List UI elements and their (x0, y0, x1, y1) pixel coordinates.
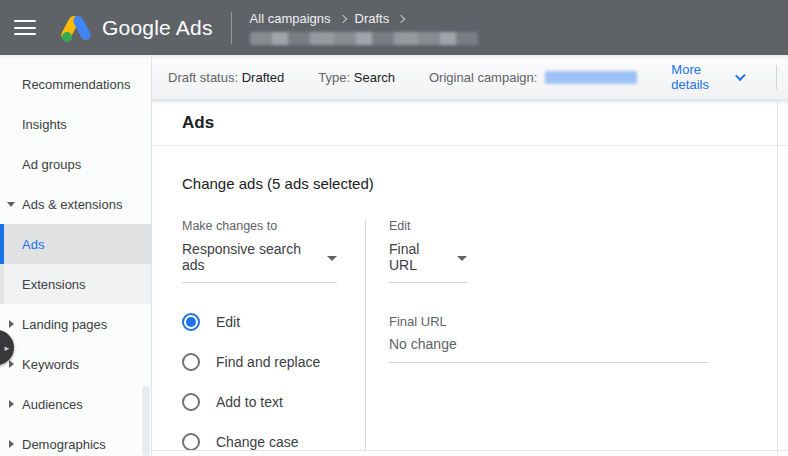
logo-text: Google Ads (102, 16, 213, 40)
more-details-button[interactable]: More details (671, 62, 744, 92)
sidebar-item-ads[interactable]: Ads (0, 224, 151, 264)
edit-field-select[interactable]: Final URL (389, 241, 467, 283)
dropdown-arrow-icon (457, 256, 467, 261)
campaign-type: Type: Search (318, 70, 395, 85)
section-title: Change ads (5 ads selected) (182, 175, 788, 192)
radio-edit[interactable]: Edit (182, 313, 365, 331)
sidebar-item-landing-pages[interactable]: Landing pages (0, 304, 151, 344)
draft-status-bar: Draft status: Drafted Type: Search Origi… (152, 55, 788, 100)
sidebar-item-insights[interactable]: Insights (0, 104, 151, 144)
final-url-underline (389, 362, 709, 363)
page-title-row: Ads (152, 100, 788, 146)
draft-status: Draft status: Drafted (168, 70, 284, 85)
redacted-campaign-name (250, 32, 478, 45)
chevron-right-icon (9, 440, 14, 448)
sidebar-scrollbar-thumb[interactable] (142, 386, 150, 456)
original-campaign: Original campaign: (429, 70, 637, 85)
radio-add-to-text[interactable]: Add to text (182, 393, 365, 411)
menu-icon[interactable] (14, 20, 36, 35)
sidebar-item-audiences[interactable]: Audiences (0, 384, 151, 424)
change-mode-radio-group: Edit Find and replace Add to text Change… (182, 313, 365, 451)
sidebar-item-recommendations[interactable]: Recommendations (0, 64, 151, 104)
dropdown-arrow-icon (327, 256, 337, 261)
sidebar: Recommendations Insights Ad groups Ads &… (0, 55, 152, 456)
chevron-right-icon (9, 400, 14, 408)
chevron-down-icon (735, 70, 745, 80)
breadcrumb-chevron-icon (338, 14, 346, 22)
breadcrumb: All campaigns Drafts (250, 11, 478, 45)
breadcrumb-drafts[interactable]: Drafts (355, 11, 390, 26)
chevron-down-icon (7, 202, 15, 207)
sidebar-item-extensions[interactable]: Extensions (0, 264, 151, 304)
sidebar-item-ads-extensions[interactable]: Ads & extensions (0, 184, 151, 224)
sidebar-item-keywords[interactable]: Keywords (0, 344, 151, 384)
main-content: Ads Change ads (5 ads selected) Make cha… (152, 100, 788, 456)
sidebar-item-ad-groups[interactable]: Ad groups (0, 144, 151, 184)
chevron-right-icon (9, 320, 14, 328)
radio-unselected-icon (182, 433, 200, 451)
final-url-label: Final URL (389, 314, 709, 329)
sidebar-item-demographics[interactable]: Demographics (0, 424, 151, 456)
radio-unselected-icon (182, 393, 200, 411)
redacted-original-campaign-link[interactable] (545, 71, 637, 84)
chevron-right-icon (9, 360, 14, 368)
make-changes-label: Make changes to (182, 219, 365, 233)
google-ads-logo-icon (60, 14, 92, 42)
google-ads-logo[interactable]: Google Ads (60, 14, 213, 42)
radio-find-and-replace[interactable]: Find and replace (182, 353, 365, 371)
app-header: Google Ads All campaigns Drafts (0, 0, 788, 55)
section-divider (152, 450, 788, 451)
subheader-divider (776, 65, 777, 90)
breadcrumb-chevron-icon (397, 14, 405, 22)
make-changes-select[interactable]: Responsive search ads (182, 241, 337, 283)
radio-selected-icon (182, 313, 200, 331)
page-title: Ads (182, 113, 214, 133)
edit-dropdown-label: Edit (389, 219, 709, 233)
chevron-right-icon: ▸ (4, 343, 9, 353)
final-url-value[interactable]: No change (389, 336, 709, 352)
final-url-field: Final URL No change (389, 314, 709, 363)
scrollbar-track[interactable] (777, 100, 778, 456)
appbar-divider (231, 12, 232, 44)
radio-change-case[interactable]: Change case (182, 433, 365, 451)
radio-unselected-icon (182, 353, 200, 371)
breadcrumb-all-campaigns[interactable]: All campaigns (250, 11, 331, 26)
